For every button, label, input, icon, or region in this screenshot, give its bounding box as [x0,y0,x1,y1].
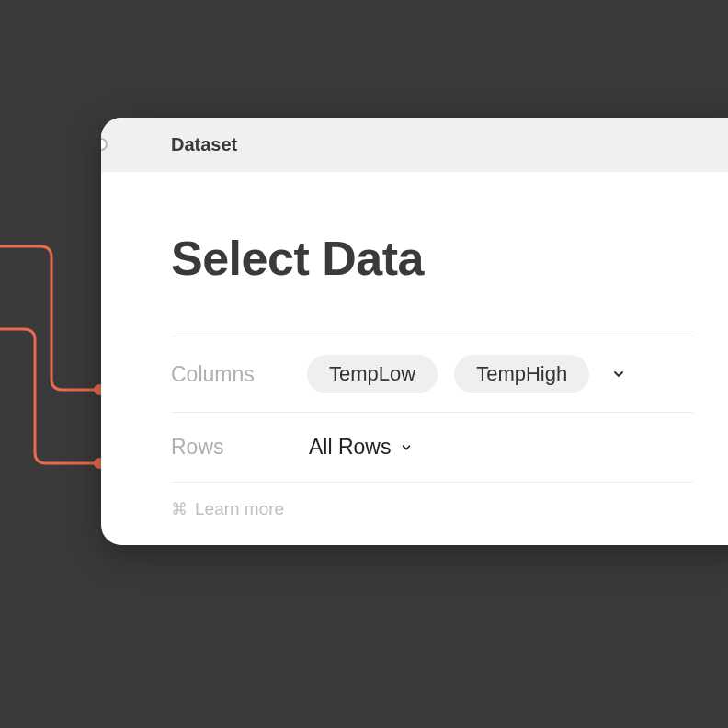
rows-value: All Rows [309,435,391,460]
data-card: Dataset Select Data Columns TempLow Temp… [101,118,728,545]
learn-more-label: Learn more [195,499,284,519]
page-title: Select Data [171,231,693,286]
column-chip-temphigh[interactable]: TempHigh [454,355,589,393]
columns-expand-button[interactable] [606,361,631,387]
learn-more-link[interactable]: ⌘ Learn more [171,499,284,519]
chevron-down-icon [400,441,413,454]
card-body: Select Data Columns TempLow TempHigh Row… [101,172,728,545]
chevron-down-icon [611,367,626,381]
command-icon: ⌘ [171,501,188,518]
card-header: Dataset [101,118,728,172]
column-chip-templow[interactable]: TempLow [307,355,438,393]
header-label: Dataset [171,134,693,155]
rows-label: Rows [171,435,290,460]
rows-row: Rows All Rows [171,412,693,483]
columns-label: Columns [171,362,290,387]
input-port[interactable] [101,138,108,151]
columns-row: Columns TempLow TempHigh [171,336,693,412]
rows-dropdown[interactable]: All Rows [307,431,415,463]
